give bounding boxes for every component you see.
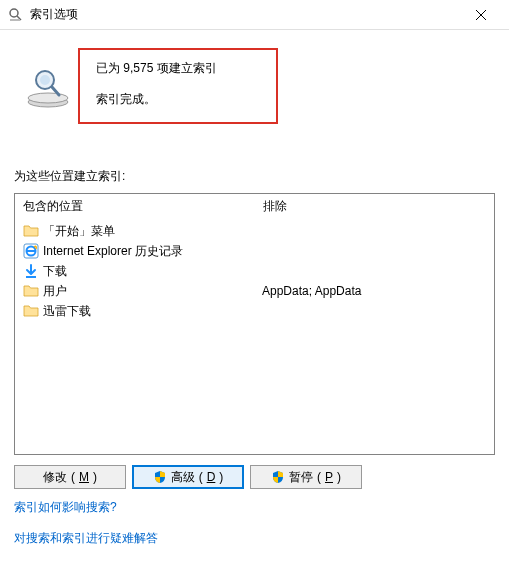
column-header-included[interactable]: 包含的位置 [23, 198, 263, 215]
location-row[interactable]: Internet Explorer 历史记录 [23, 241, 486, 261]
ie-icon [23, 243, 39, 259]
advanced-button[interactable]: 高级(D) [132, 465, 244, 489]
location-exclude: AppData; AppData [254, 284, 486, 298]
shield-icon [153, 470, 167, 484]
svg-point-0 [10, 9, 18, 17]
index-status-icon [24, 62, 72, 110]
pause-button[interactable]: 暂停(P) [250, 465, 362, 489]
down-icon [23, 263, 39, 279]
location-name: Internet Explorer 历史记录 [43, 243, 183, 260]
window-title: 索引选项 [30, 6, 461, 23]
location-name: 下载 [43, 263, 67, 280]
location-name: 用户 [43, 283, 67, 300]
status-highlight-box: 已为 9,575 项建立索引 索引完成。 [78, 48, 278, 124]
folder-icon [23, 303, 39, 319]
location-row[interactable]: 迅雷下载 [23, 301, 486, 321]
link-how-index-affects-search[interactable]: 索引如何影响搜索? [14, 500, 117, 514]
folder-icon [23, 223, 39, 239]
location-name: 迅雷下载 [43, 303, 91, 320]
modify-button[interactable]: 修改(M) [14, 465, 126, 489]
location-row[interactable]: 「开始」菜单 [23, 221, 486, 241]
index-done-text: 索引完成。 [96, 91, 260, 108]
link-troubleshoot-search-index[interactable]: 对搜索和索引进行疑难解答 [14, 531, 158, 545]
app-icon [8, 7, 24, 23]
shield-icon [271, 470, 285, 484]
location-name: 「开始」菜单 [43, 223, 115, 240]
location-row[interactable]: 下载 [23, 261, 486, 281]
locations-panel: 包含的位置 排除 「开始」菜单Internet Explorer 历史记录下载用… [14, 193, 495, 455]
svg-point-8 [40, 75, 50, 85]
close-button[interactable] [461, 1, 501, 29]
column-header-exclude[interactable]: 排除 [263, 198, 486, 215]
folder-icon [23, 283, 39, 299]
svg-rect-2 [10, 19, 20, 21]
index-count-text: 已为 9,575 项建立索引 [96, 60, 260, 77]
svg-point-6 [28, 93, 68, 103]
locations-section-label: 为这些位置建立索引: [14, 168, 495, 185]
location-row[interactable]: 用户AppData; AppData [23, 281, 486, 301]
